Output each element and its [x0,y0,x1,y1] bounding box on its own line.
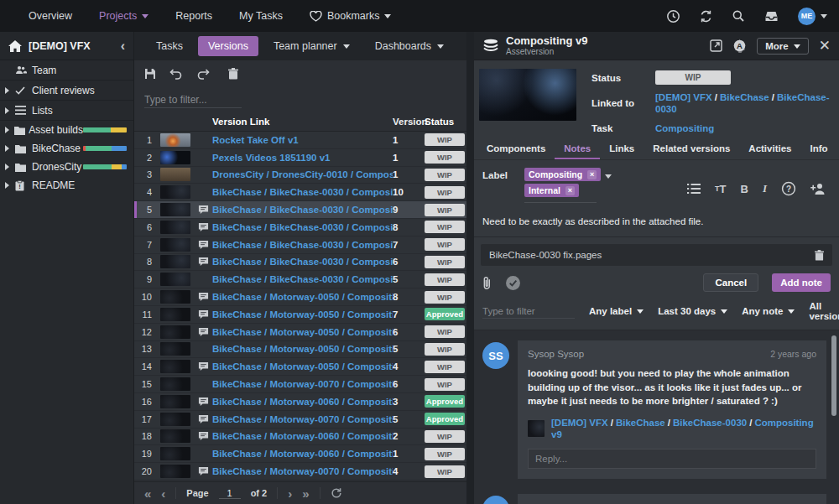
status-badge[interactable]: WIP [425,378,465,391]
add-person-icon[interactable] [810,183,826,195]
chevron-right-icon[interactable] [5,127,14,133]
version-link[interactable]: Pexels Videos 1851190 v1 [212,153,393,163]
version-link[interactable]: BikeChase / Motorway-0060 / Compositing … [212,431,393,441]
detail-tab-related-versions[interactable]: Related versions [644,143,739,159]
status-badge[interactable]: WIP [425,186,465,199]
table-row[interactable]: 16BikeChase / Motorway-0060 / Compositin… [134,393,466,411]
more-button[interactable]: More [757,38,808,55]
delete-icon[interactable] [228,68,238,80]
version-link[interactable]: DronesCity / DronesCity-0010 / Compositi… [212,169,393,179]
table-row[interactable]: 3DronesCity / DronesCity-0010 / Composit… [134,167,466,184]
table-row[interactable]: 7BikeChase / BikeChase-0030 / Compositin… [134,236,466,254]
topnav-item-my-tasks[interactable]: My Tasks [226,0,296,32]
scrollbar-thumb[interactable] [831,335,836,416]
filter-dropdown-any-note[interactable]: Any note [742,306,795,316]
chevron-right-icon[interactable] [5,182,15,189]
refresh-icon[interactable] [331,487,342,499]
format-list-icon[interactable] [687,184,701,194]
status-badge[interactable]: WIP [425,343,465,356]
topnav-item-bookmarks[interactable]: Bookmarks [296,0,405,32]
chevron-right-icon[interactable] [5,145,15,152]
last-page-button[interactable]: » [302,487,309,500]
tab-tasks[interactable]: Tasks [146,36,193,56]
version-link[interactable]: BikeChase / BikeChase-0030 / Compositing… [212,222,393,232]
add-note-button[interactable]: Add note [772,273,831,292]
table-row[interactable]: 18BikeChase / Motorway-0060 / Compositin… [134,429,466,446]
status-badge[interactable]: WIP [425,430,465,443]
project-title[interactable]: [DEMO] VFX [29,40,91,52]
text-size-icon[interactable]: TT [715,183,726,195]
status-badge[interactable]: WIP [425,204,465,216]
sidebar-item-readme[interactable]: !README [0,176,133,195]
version-link[interactable]: BikeChase / Motorway-0060 / Compositing … [212,449,393,459]
tab-team-planner[interactable]: Team planner [263,36,360,56]
tab-dashboards[interactable]: Dashboards [365,36,454,56]
table-row[interactable]: 9BikeChase / BikeChase-0030 / Compositin… [134,271,466,288]
chevron-right-icon[interactable] [5,164,15,170]
version-link[interactable]: BikeChase / Motorway-0060 / Compositing … [212,397,393,407]
topnav-item-projects[interactable]: Projects [86,0,162,32]
status-badge[interactable]: Approved [425,395,465,408]
remove-attachment-icon[interactable] [815,250,824,261]
table-row[interactable]: 19BikeChase / Motorway-0060 / Compositin… [134,445,466,463]
history-clock-icon[interactable] [666,9,680,23]
user-menu[interactable]: ME [798,8,827,25]
status-dropdown[interactable]: WIP [655,70,731,85]
undo-icon[interactable] [169,69,183,80]
status-badge[interactable]: WIP [425,221,465,233]
status-badge[interactable]: WIP [425,361,465,373]
task-link[interactable]: Compositing [655,123,714,133]
chevron-right-icon[interactable] [5,107,15,114]
topnav-item-reports[interactable]: Reports [162,0,226,32]
status-badge[interactable]: WIP [425,291,465,304]
inbox-tray-icon[interactable] [763,10,779,22]
version-link[interactable]: BikeChase / Motorway-0050 / Compositing … [212,292,393,302]
sync-icon[interactable] [699,9,713,23]
version-link[interactable]: BikeChase / Motorway-0050 / Compositing … [212,344,393,354]
status-badge[interactable]: WIP [425,273,465,286]
sidebar-item-dronescity[interactable]: DronesCity [0,158,133,176]
complete-check-icon[interactable] [505,275,521,291]
spreadsheet-filter-input[interactable] [144,92,242,108]
attach-file-icon[interactable] [482,276,492,290]
status-badge[interactable]: Approved [425,308,465,320]
table-row[interactable]: 8BikeChase / BikeChase-0030 / Compositin… [134,254,466,272]
auto-update-badge-icon[interactable]: A [732,39,747,53]
version-link[interactable]: BikeChase / Motorway-0070 / Compositing … [212,466,393,476]
table-row[interactable]: 10BikeChase / Motorway-0050 / Compositin… [134,288,466,306]
breadcrumb-link[interactable]: [DEMO] VFX [655,92,712,102]
table-row[interactable]: 2Pexels Videos 1851190 v11WIP [134,149,466,167]
sidebar-item-lists[interactable]: Lists [0,101,133,121]
version-link[interactable]: BikeChase / BikeChase-0030 / Compositing… [212,274,393,284]
version-link[interactable]: BikeChase / BikeChase-0030 / Compositing… [212,187,393,197]
status-badge[interactable]: WIP [425,256,465,268]
table-row[interactable]: 4BikeChase / BikeChase-0030 / Compositin… [134,184,466,201]
table-row[interactable]: 17BikeChase / Motorway-0070 / Compositin… [134,411,466,429]
version-link[interactable]: BikeChase / Motorway-0050 / Compositing … [212,309,393,320]
table-row[interactable]: 13BikeChase / Motorway-0050 / Compositin… [134,341,466,359]
status-badge[interactable]: WIP [425,151,465,164]
chevron-right-icon[interactable] [5,87,15,94]
notes-filter-input[interactable] [482,304,575,319]
version-link[interactable]: Rocket Take Off v1 [212,135,393,145]
status-badge[interactable]: WIP [425,448,465,460]
column-status[interactable]: Status [425,117,466,127]
version-link[interactable]: BikeChase / BikeChase-0030 / Compositing… [212,205,393,215]
collapse-sidebar-icon[interactable]: ‹ [121,39,125,53]
table-row[interactable]: 1Rocket Take Off v11WIP [134,132,466,149]
status-badge[interactable]: WIP [425,465,465,478]
column-version[interactable]: Version [393,117,425,127]
table-row[interactable]: 12BikeChase / Motorway-0050 / Compositin… [134,324,466,341]
detail-tab-activities[interactable]: Activities [739,143,800,159]
home-icon[interactable] [8,40,22,52]
version-link[interactable]: BikeChase / Motorway-0050 / Compositing … [212,361,393,372]
status-badge[interactable]: WIP [425,169,465,181]
linked-version[interactable]: [DEMO] VFX/BikeChase/BikeChase-0030/Comp… [528,417,816,440]
version-link[interactable]: BikeChase / BikeChase-0030 / Compositing… [212,240,393,250]
sidebar-item-client-reviews[interactable]: Client reviews [0,81,133,101]
version-link[interactable]: BikeChase / Motorway-0070 / Compositing … [212,414,393,424]
breadcrumb-link[interactable]: BikeChase-0030 [673,418,747,428]
status-badge[interactable]: WIP [425,133,465,146]
prev-page-button[interactable]: ‹ [161,487,165,500]
table-row[interactable]: 15BikeChase / Motorway-0070 / Compositin… [134,376,466,393]
